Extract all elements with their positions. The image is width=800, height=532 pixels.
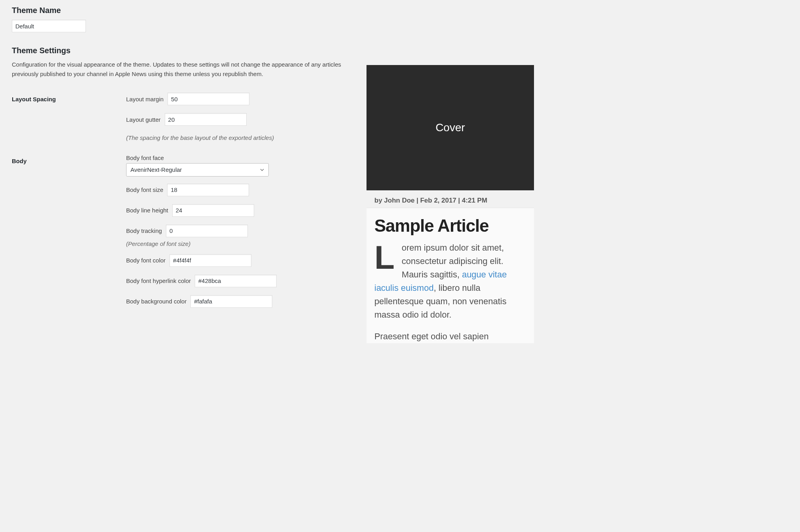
body-bg-color-label: Body background color	[126, 298, 186, 305]
body-font-size-label: Body font size	[126, 186, 163, 193]
theme-settings-description: Configuration for the visual appearance …	[12, 60, 343, 79]
layout-spacing-label: Layout Spacing	[12, 93, 126, 102]
theme-name-input[interactable]	[12, 20, 86, 32]
theme-settings-heading: Theme Settings	[12, 46, 343, 55]
layout-margin-input[interactable]	[167, 93, 249, 105]
layout-gutter-input[interactable]	[165, 113, 247, 126]
layout-note: (The spacing for the base layout of the …	[126, 134, 343, 143]
body-font-face-select[interactable]: AvenirNext-Regular	[126, 163, 269, 177]
article-preview: Cover by John Doe | Feb 2, 2017 | 4:21 P…	[367, 6, 534, 351]
body-section-label: Body	[12, 154, 126, 164]
body-font-color-label: Body font color	[126, 257, 166, 264]
body-font-color-input[interactable]	[169, 254, 251, 267]
body-font-face-label: Body font face	[126, 154, 343, 161]
preview-cover: Cover	[367, 65, 534, 190]
body-tracking-input[interactable]	[166, 225, 248, 237]
settings-form: Theme Name Theme Settings Configuration …	[12, 6, 343, 351]
preview-title: Sample Article	[374, 216, 526, 236]
preview-body: Lorem ipsum dolor sit amet, consectetur …	[374, 241, 526, 343]
body-tracking-label: Body tracking	[126, 227, 162, 234]
preview-byline: by John Doe | Feb 2, 2017 | 4:21 PM	[367, 190, 534, 208]
layout-margin-label: Layout margin	[126, 96, 164, 102]
preview-cover-text: Cover	[435, 121, 465, 134]
body-line-height-input[interactable]	[172, 204, 254, 217]
layout-gutter-label: Layout gutter	[126, 116, 161, 123]
body-font-size-input[interactable]	[167, 184, 249, 196]
body-line-height-label: Body line height	[126, 207, 168, 214]
body-hyperlink-color-input[interactable]	[195, 275, 277, 287]
body-hyperlink-color-label: Body font hyperlink color	[126, 277, 191, 284]
body-bg-color-input[interactable]	[190, 295, 272, 308]
body-tracking-note: (Percentage of font size)	[126, 240, 343, 247]
preview-p2: Praesent eget odio vel sapien	[374, 330, 526, 343]
theme-name-label: Theme Name	[12, 6, 343, 15]
